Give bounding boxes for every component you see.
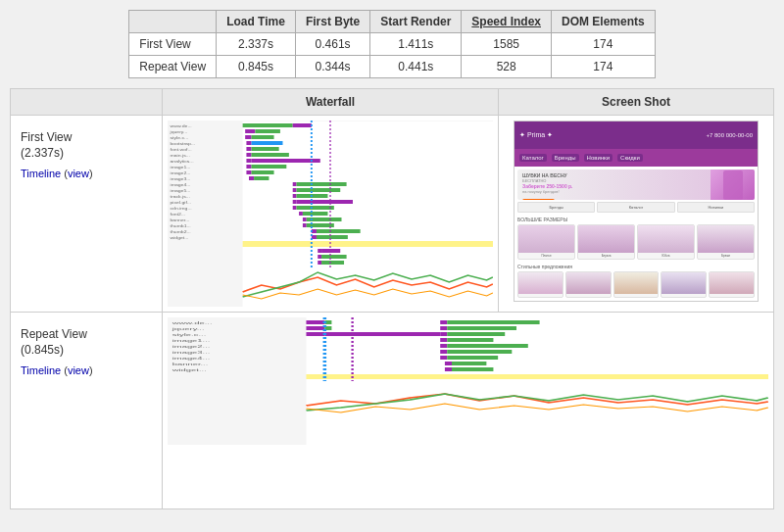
row-dom-first: 174 — [552, 33, 656, 56]
first-view-waterfall-svg: www.de... jquery... style.c... bootstrap… — [168, 121, 493, 307]
screenshot-simulation: ✦ Prima ✦ +7 800 000-00-00 Каталог Бренд… — [514, 121, 759, 302]
svg-rect-47 — [318, 261, 321, 265]
summary-table-wrapper: Load Time First Byte Start Render Speed … — [10, 10, 774, 78]
ss-nav-item2: Бренды — [552, 154, 579, 162]
svg-rect-10 — [246, 147, 251, 151]
repeat-view-timeline-link[interactable]: Timeline — [21, 364, 61, 376]
svg-text:font2...: font2... — [171, 213, 186, 217]
repeat-view-waterfall-chart: www.de... jquery... style.c... image1...… — [168, 317, 768, 445]
ss-nav-item1: Каталог — [519, 154, 547, 162]
svg-text:font.wof...: font.wof... — [171, 148, 192, 152]
svg-rect-33 — [303, 212, 328, 216]
svg-text:cdn.img...: cdn.img... — [171, 207, 192, 211]
svg-text:style.c...: style.c... — [171, 136, 189, 140]
svg-rect-91 — [447, 356, 498, 360]
first-view-screenshot: ✦ Prima ✦ +7 800 000-00-00 Каталог Бренд… — [499, 116, 773, 312]
ss-phone: +7 800 000-00-00 — [706, 132, 753, 138]
svg-rect-96 — [306, 374, 768, 379]
repeat-view-row: Repeat View (0.845s) Timeline (view) — [11, 313, 773, 508]
svg-rect-2 — [243, 123, 293, 127]
svg-text:banner...: banner... — [171, 218, 190, 222]
first-view-waterfall: www.de... jquery... style.c... bootstrap… — [163, 116, 499, 312]
ss-banner: ШУБКИ НА ВЕСНУ БЕСПЛАТНО Заберите 250-15… — [517, 169, 755, 200]
svg-rect-79 — [447, 320, 539, 324]
repeat-view-time: (0.845s) — [21, 343, 152, 357]
svg-rect-82 — [440, 332, 447, 336]
svg-rect-4 — [245, 129, 255, 133]
svg-text:widget...: widget... — [171, 236, 189, 240]
svg-rect-90 — [440, 356, 447, 360]
svg-text:jquery...: jquery... — [171, 326, 204, 331]
svg-rect-76 — [306, 332, 324, 336]
first-view-waterfall-chart: www.de... jquery... style.c... bootstrap… — [168, 121, 493, 307]
svg-text:track.js...: track.js... — [171, 195, 190, 199]
svg-rect-36 — [303, 223, 307, 227]
svg-rect-21 — [254, 176, 269, 180]
svg-text:image4...: image4... — [171, 183, 191, 187]
first-view-title: First View — [21, 130, 152, 144]
first-view-paren-close: ) — [89, 168, 93, 179]
results-area: Waterfall Screen Shot First View (2.337s… — [10, 88, 774, 509]
svg-text:thumb2...: thumb2... — [171, 230, 191, 234]
svg-rect-93 — [452, 362, 486, 365]
svg-rect-88 — [440, 350, 447, 354]
header-screenshot-col: Screen Shot — [499, 89, 773, 115]
results-header: Waterfall Screen Shot — [11, 89, 773, 116]
svg-rect-3 — [293, 123, 312, 127]
svg-rect-15 — [252, 159, 320, 163]
svg-text:image1...: image1... — [172, 338, 211, 343]
row-first-byte-repeat: 0.344s — [295, 56, 369, 78]
summary-table: Load Time First Byte Start Render Speed … — [128, 10, 655, 78]
svg-rect-24 — [293, 188, 297, 192]
ss-content: ШУБКИ НА ВЕСНУ БЕСПЛАТНО Заберите 250-15… — [514, 167, 758, 301]
repeat-view-waterfall: www.de... jquery... style.c... image1...… — [163, 313, 773, 508]
row-speed-index-first: 1585 — [462, 33, 552, 56]
svg-rect-22 — [293, 182, 297, 186]
svg-rect-43 — [318, 249, 321, 253]
ss-section-title: БОЛЬШИЕ РАЗМЕРЫ — [517, 217, 755, 222]
svg-rect-5 — [255, 129, 280, 133]
svg-rect-17 — [252, 165, 287, 169]
row-label-first: First View — [129, 33, 217, 56]
col-header-empty — [129, 11, 217, 33]
svg-rect-78 — [440, 320, 447, 324]
svg-rect-9 — [252, 141, 283, 145]
repeat-view-title: Repeat View — [21, 327, 152, 341]
svg-text:image2...: image2... — [171, 171, 191, 175]
svg-text:image2...: image2... — [172, 344, 211, 349]
svg-rect-19 — [252, 170, 274, 174]
svg-text:image3...: image3... — [172, 350, 211, 355]
svg-rect-32 — [299, 212, 303, 216]
svg-rect-94 — [445, 367, 452, 371]
repeat-view-label: Repeat View (0.845s) Timeline (view) — [11, 313, 163, 508]
row-load-time-first: 2.337s — [217, 33, 296, 56]
svg-rect-6 — [245, 135, 251, 139]
svg-rect-72 — [306, 320, 324, 324]
svg-text:image3...: image3... — [171, 177, 191, 181]
col-header-dom-elements: DOM Elements — [552, 11, 656, 33]
svg-rect-48 — [321, 261, 344, 265]
svg-rect-41 — [317, 235, 348, 239]
col-header-load-time: Load Time — [217, 11, 296, 33]
col-header-start-render: Start Render — [370, 11, 462, 33]
ss-brand: ✦ Prima ✦ — [519, 131, 553, 139]
repeat-view-view-link[interactable]: view — [68, 364, 89, 376]
ss-section-title2: Стильные предложения — [517, 264, 755, 269]
row-dom-repeat: 174 — [552, 56, 656, 78]
header-label-col — [11, 89, 163, 115]
first-view-timeline-link[interactable]: Timeline — [21, 168, 61, 179]
first-view-view-link[interactable]: view — [68, 168, 89, 179]
svg-rect-74 — [306, 326, 324, 330]
page-wrapper: Load Time First Byte Start Render Speed … — [10, 10, 774, 509]
ss-products: Платье Блузка Юбка — [517, 224, 755, 260]
first-view-timeline: Timeline (view) — [21, 168, 152, 179]
svg-rect-86 — [440, 344, 447, 348]
svg-text:pixel.gif...: pixel.gif... — [171, 201, 192, 205]
svg-rect-31 — [297, 206, 334, 210]
svg-rect-29 — [297, 200, 353, 204]
svg-rect-77 — [324, 332, 440, 336]
row-load-time-repeat: 0.845s — [217, 56, 296, 78]
svg-text:image1...: image1... — [171, 166, 191, 169]
svg-rect-20 — [249, 176, 254, 180]
svg-rect-89 — [447, 350, 512, 354]
